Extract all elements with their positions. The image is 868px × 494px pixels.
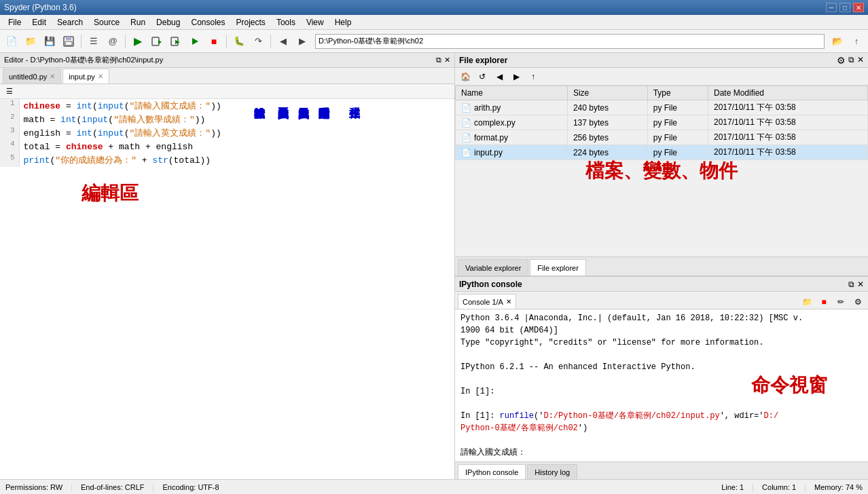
col-name[interactable]: Name — [456, 86, 568, 100]
fe-float-button[interactable]: ⧉ — [848, 55, 854, 66]
code-table: 1 chinese = int(input("請輸入國文成績：")) 2 mat… — [0, 99, 454, 167]
current-path: D:\Python-0基礎\各章範例\ch02 — [319, 36, 423, 46]
run-file-button[interactable] — [148, 33, 166, 50]
console-edit-btn[interactable]: ✏ — [833, 295, 848, 309]
console-options-btn[interactable]: ⚙ — [850, 295, 865, 309]
file-explorer-panel: File explorer ⚙ ⧉ ✕ 🏠 ↺ ◀ ▶ ↑ — [455, 53, 868, 277]
menu-bar: File Edit Search Source Run Debug Consol… — [0, 15, 868, 30]
interactive-button[interactable]: @ — [104, 33, 122, 50]
stop-button[interactable]: ■ — [205, 33, 223, 50]
fe-forward-button[interactable]: ▶ — [509, 70, 524, 83]
svg-rect-3 — [152, 37, 159, 45]
menu-search[interactable]: Search — [52, 15, 88, 29]
toolbar-sep-1 — [81, 35, 82, 48]
tab-input[interactable]: input.py ✕ — [62, 69, 109, 83]
tab-input-close[interactable]: ✕ — [98, 73, 103, 80]
editor-panel: Editor - D:\Python-0基礎\各章範例\ch02\input.p… — [0, 53, 455, 479]
col-size[interactable]: Size — [567, 86, 647, 100]
editor-title: Editor - D:\Python-0基礎\各章範例\ch02\input.p… — [4, 55, 163, 65]
path-box[interactable]: D:\Python-0基礎\各章範例\ch02 — [315, 34, 825, 49]
fe-chinese-annotation: 檔案、變數、物件 — [585, 158, 738, 184]
nav-back-button[interactable]: ◀ — [274, 33, 292, 50]
status-memory: Memory: 74 % — [814, 483, 863, 491]
editor-tabs: untitled0.py ✕ input.py ✕ — [0, 68, 454, 84]
cbt-history[interactable]: History log — [527, 464, 577, 479]
table-row[interactable]: 📄input.py 224 bytes py File 2017/10/11 下… — [456, 145, 868, 160]
fe-bottom-tabs: Variable explorer File explorer — [455, 256, 868, 276]
console-prompt: In [1]: — [460, 385, 863, 398]
run-button[interactable]: ▶ — [129, 33, 147, 50]
fe-up-button[interactable]: ↑ — [526, 70, 541, 83]
parent-dir-button[interactable]: ↑ — [848, 33, 865, 50]
svg-rect-1 — [66, 37, 71, 40]
fe-close-button[interactable]: ✕ — [857, 55, 864, 66]
run-cell-button[interactable] — [186, 33, 204, 50]
console-content[interactable]: Python 3.6.4 |Anaconda, Inc.| (default, … — [455, 309, 868, 461]
menu-tools[interactable]: Tools — [271, 15, 301, 29]
menu-help[interactable]: Help — [329, 15, 357, 29]
console-bottom-tabs: IPython console History log — [455, 461, 868, 479]
fe-back-button[interactable]: ◀ — [492, 70, 507, 83]
table-row[interactable]: 📄arith.py 240 bytes py File 2017/10/11 下… — [456, 100, 868, 115]
fe-home-button[interactable]: 🏠 — [458, 70, 473, 83]
step-over-button[interactable]: ↷ — [249, 33, 267, 50]
col-type[interactable]: Type — [647, 86, 708, 100]
code-line-1: 1 chinese = int(input("請輸入國文成績：")) — [0, 99, 454, 113]
code-line-4: 4 total = chinese + math + english — [0, 140, 454, 153]
status-permissions: Permissions: RW — [5, 483, 62, 491]
code-editor[interactable]: 1 chinese = int(input("請輸入國文成績：")) 2 mat… — [0, 99, 454, 479]
menu-consoles[interactable]: Consoles — [185, 15, 230, 29]
fe-tab-file-explorer[interactable]: File explorer — [530, 259, 586, 276]
fe-titlebar: File explorer ⚙ ⧉ ✕ — [455, 53, 868, 68]
new-file-button[interactable]: 📄 — [3, 33, 20, 50]
console-tab-1[interactable]: Console 1/A ✕ — [458, 294, 516, 309]
console-line: Python 3.6.4 |Anaconda, Inc.| (default, … — [460, 312, 863, 324]
fe-options-button[interactable]: ⚙ — [837, 55, 846, 66]
right-panel: File explorer ⚙ ⧉ ✕ 🏠 ↺ ◀ ▶ ↑ — [455, 53, 868, 479]
nav-forward-button[interactable]: ▶ — [293, 33, 311, 50]
console-line: 1900 64 bit (AMD64)] — [460, 324, 863, 337]
maximize-button[interactable]: □ — [839, 3, 850, 12]
console-folder-btn[interactable]: 📁 — [799, 295, 814, 309]
console-panel: IPython console ⧉ ✕ Console 1/A ✕ 📁 ■ ✏ … — [455, 277, 868, 479]
menu-file[interactable]: File — [3, 15, 26, 29]
table-row[interactable]: 📄complex.py 137 bytes py File 2017/10/11… — [456, 115, 868, 130]
window-controls[interactable]: ─ □ ✕ — [826, 3, 864, 12]
cbt-ipython[interactable]: IPython console — [458, 464, 526, 479]
preferences-button[interactable]: ☰ — [85, 33, 103, 50]
fe-tab-variable-explorer[interactable]: Variable explorer — [458, 259, 528, 276]
debug-button[interactable]: 🐛 — [230, 33, 248, 50]
console-line: IPython 6.2.1 -- An enhanced Interactive… — [460, 361, 863, 373]
svg-marker-7 — [192, 38, 198, 45]
menu-view[interactable]: View — [301, 15, 329, 29]
browse-button[interactable]: 📂 — [829, 33, 846, 50]
editor-float-button[interactable]: ⧉ — [436, 56, 441, 64]
menu-edit[interactable]: Edit — [26, 15, 52, 29]
close-button[interactable]: ✕ — [853, 3, 864, 12]
tab-untitled0-close[interactable]: ✕ — [50, 73, 55, 80]
ed-toggle-btn[interactable]: ☰ — [3, 86, 16, 98]
col-date[interactable]: Date Modified — [708, 86, 867, 100]
console-stop-btn[interactable]: ■ — [816, 295, 831, 309]
save-button[interactable]: 💾 — [41, 33, 58, 50]
fe-refresh-button[interactable]: ↺ — [475, 70, 490, 83]
menu-projects[interactable]: Projects — [231, 15, 271, 29]
open-file-button[interactable]: 📁 — [22, 33, 39, 50]
editor-close-button[interactable]: ✕ — [444, 56, 450, 64]
console-tab-close[interactable]: ✕ — [506, 298, 511, 305]
console-titlebar: IPython console ⧉ ✕ — [455, 277, 868, 292]
menu-run[interactable]: Run — [125, 15, 151, 29]
menu-source[interactable]: Source — [88, 15, 125, 29]
toolbar-sep-4 — [270, 35, 271, 48]
table-row[interactable]: 📄format.py 256 bytes py File 2017/10/11 … — [456, 130, 868, 145]
code-line-3: 3 english = int(input("請輸入英文成績：")) — [0, 126, 454, 140]
save-all-button[interactable] — [60, 33, 77, 50]
menu-debug[interactable]: Debug — [151, 15, 185, 29]
console-float-button[interactable]: ⧉ — [848, 280, 854, 289]
tab-untitled0[interactable]: untitled0.py ✕ — [3, 69, 61, 83]
minimize-button[interactable]: ─ — [826, 3, 837, 12]
run-selection-button[interactable] — [167, 33, 185, 50]
toolbar-sep-2 — [125, 35, 126, 48]
main-toolbar: 📄 📁 💾 ☰ @ ▶ ■ 🐛 ↷ ◀ ▶ D:\Python-0基礎\各章範例… — [0, 30, 868, 53]
console-close-button[interactable]: ✕ — [857, 280, 864, 289]
